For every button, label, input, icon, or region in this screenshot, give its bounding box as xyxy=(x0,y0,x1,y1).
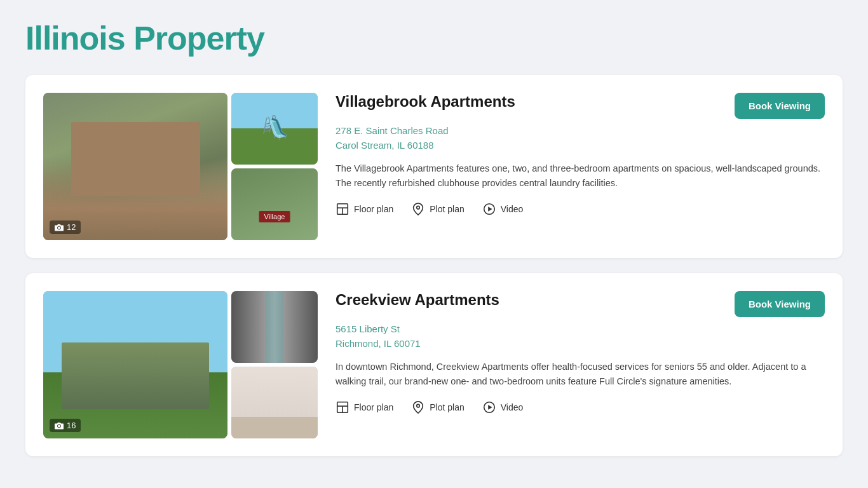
amenity-video-creekview[interactable]: Video xyxy=(482,400,524,414)
book-viewing-button-villagebrook[interactable]: Book Viewing xyxy=(735,93,825,119)
main-image-creekview[interactable]: 16 xyxy=(43,291,227,438)
floor-plan-label: Floor plan xyxy=(354,204,393,214)
floor-plan-icon-creekview xyxy=(336,400,349,414)
amenity-plot-plan-creekview[interactable]: Plot plan xyxy=(411,400,464,414)
thumb-2[interactable] xyxy=(231,168,318,240)
floor-plan-label-creekview: Floor plan xyxy=(354,402,393,412)
amenity-video[interactable]: Video xyxy=(482,202,524,216)
thumb-1[interactable] xyxy=(231,93,318,165)
page-title: Illinois Property xyxy=(25,19,843,57)
address-creekview: 5615 Liberty St Richmond, IL 60071 xyxy=(336,322,825,351)
address-line2: Carol Stream, IL 60188 xyxy=(336,139,825,153)
video-label-creekview: Video xyxy=(501,402,524,412)
video-label: Video xyxy=(501,204,524,214)
svg-point-3 xyxy=(417,207,420,210)
photo-count-number-creekview: 16 xyxy=(67,421,76,430)
thumb-3[interactable] xyxy=(231,291,318,363)
main-image[interactable]: 12 xyxy=(43,93,227,240)
svg-marker-5 xyxy=(488,207,492,212)
address-line1: 278 E. Saint Charles Road xyxy=(336,124,825,139)
amenity-plot-plan[interactable]: Plot plan xyxy=(411,202,464,216)
address-line1-creekview: 5615 Liberty St xyxy=(336,322,825,337)
description-villagebrook: The Villagebrook Apartments features one… xyxy=(336,161,825,191)
info-header-creekview: Creekview Apartments Book Viewing xyxy=(336,291,825,317)
thumbnail-stack xyxy=(231,93,318,240)
amenities-villagebrook: Floor plan Plot plan Video xyxy=(336,202,825,216)
book-viewing-button-creekview[interactable]: Book Viewing xyxy=(735,291,825,317)
images-block: 12 xyxy=(43,93,318,240)
thumb-4[interactable] xyxy=(231,367,318,438)
plot-plan-icon xyxy=(411,202,425,216)
thumbnail-stack-creekview xyxy=(231,291,318,438)
property-card-villagebrook: 12 Villagebrook Apartments Book Viewing … xyxy=(25,75,843,258)
property-name-creekview: Creekview Apartments xyxy=(336,291,499,309)
svg-marker-11 xyxy=(488,405,492,410)
address-line2-creekview: Richmond, IL 60071 xyxy=(336,337,825,351)
info-header: Villagebrook Apartments Book Viewing xyxy=(336,93,825,119)
description-creekview: In downtown Richmond, Creekview Apartmen… xyxy=(336,360,825,389)
address-villagebrook: 278 E. Saint Charles Road Carol Stream, … xyxy=(336,124,825,152)
svg-point-9 xyxy=(417,405,420,408)
amenity-floor-plan-creekview[interactable]: Floor plan xyxy=(336,400,393,414)
property-name: Villagebrook Apartments xyxy=(336,93,515,111)
plot-plan-icon-creekview xyxy=(411,400,425,414)
photo-count-number: 12 xyxy=(67,222,76,232)
floor-plan-icon xyxy=(336,202,349,216)
info-block-creekview: Creekview Apartments Book Viewing 5615 L… xyxy=(336,291,825,438)
video-icon xyxy=(482,202,496,216)
amenities-creekview: Floor plan Plot plan Video xyxy=(336,400,825,414)
video-icon-creekview xyxy=(482,400,496,414)
photo-count: 12 xyxy=(50,220,81,234)
plot-plan-label-creekview: Plot plan xyxy=(430,402,464,412)
images-block-creekview: 16 xyxy=(43,291,318,438)
amenity-floor-plan[interactable]: Floor plan xyxy=(336,202,393,216)
plot-plan-label: Plot plan xyxy=(430,204,464,214)
info-block-villagebrook: Villagebrook Apartments Book Viewing 278… xyxy=(336,93,825,240)
photo-count-creekview: 16 xyxy=(50,419,81,432)
property-card-creekview: 16 Creekview Apartments Book Viewing 561… xyxy=(25,273,843,456)
